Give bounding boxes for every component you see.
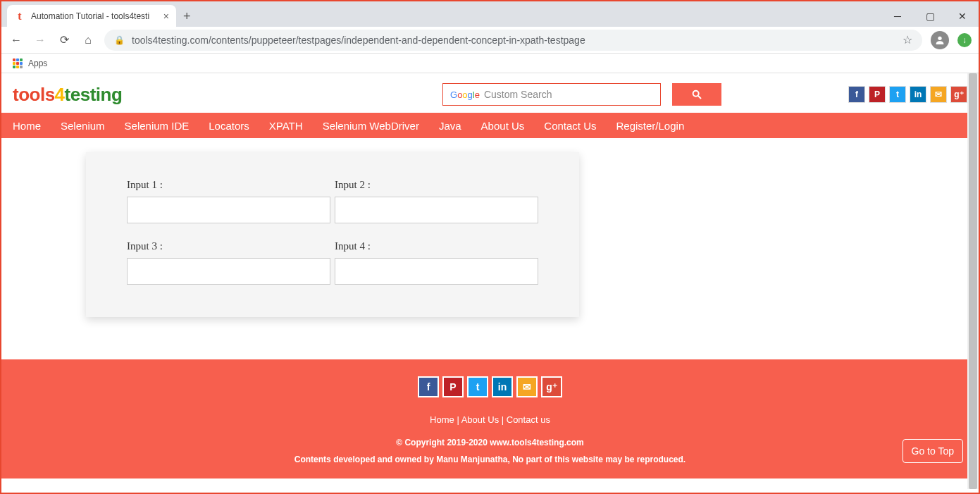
copyright-text: © Copyright 2019-2020 www.tools4testing.… xyxy=(13,438,967,447)
input-4-field[interactable] xyxy=(335,258,538,285)
svg-point-0 xyxy=(938,36,941,39)
svg-line-2 xyxy=(698,96,701,99)
nav-locators[interactable]: Locators xyxy=(209,120,249,132)
site-logo[interactable]: tools4testing xyxy=(13,84,122,106)
tab-title: Automation Tutorial - tools4testi xyxy=(31,11,158,21)
input-1-label: Input 1 : xyxy=(127,179,330,191)
footer-twitter-icon[interactable]: t xyxy=(467,376,488,397)
search-button[interactable] xyxy=(672,83,721,106)
search-input[interactable]: Google Custom Search xyxy=(442,83,661,106)
footer-googleplus-icon[interactable]: g⁺ xyxy=(541,376,562,397)
nav-java[interactable]: Java xyxy=(439,120,461,132)
browser-chrome: t Automation Tutorial - tools4testi × + … xyxy=(1,1,979,73)
bookmark-star-icon[interactable]: ☆ xyxy=(903,33,912,47)
linkedin-icon[interactable]: in xyxy=(910,86,926,103)
new-tab-button[interactable]: + xyxy=(183,9,191,24)
search-icon xyxy=(691,89,702,100)
close-window-button[interactable]: ✕ xyxy=(946,5,979,27)
footer-social-row: f P t in ✉ g⁺ xyxy=(13,376,967,397)
browser-toolbar: ← → ⟳ ⌂ 🔒 tools4testing.com/contents/pup… xyxy=(1,27,979,54)
address-bar[interactable]: 🔒 tools4testing.com/contents/puppeteer/t… xyxy=(104,30,922,51)
footer-link-contact[interactable]: Contact us xyxy=(507,414,550,425)
nav-contact[interactable]: Contact Us xyxy=(544,120,596,132)
scrollbar-thumb[interactable] xyxy=(969,73,977,489)
footer-link-about[interactable]: About Us xyxy=(461,414,499,425)
minimize-button[interactable]: ─ xyxy=(881,5,914,27)
scrollbar[interactable] xyxy=(967,73,979,489)
pinterest-icon[interactable]: P xyxy=(869,86,886,103)
window-controls: ─ ▢ ✕ xyxy=(881,5,979,27)
footer-link-home[interactable]: Home xyxy=(430,414,454,425)
nav-about[interactable]: About Us xyxy=(481,120,525,132)
nav-selenium[interactable]: Selenium xyxy=(61,120,105,132)
input-1-field[interactable] xyxy=(127,197,330,223)
footer-email-icon[interactable]: ✉ xyxy=(516,376,538,397)
goto-top-button[interactable]: Go to Top xyxy=(903,439,963,463)
apps-icon[interactable] xyxy=(13,58,23,68)
footer-facebook-icon[interactable]: f xyxy=(418,376,439,397)
disclaimer-text: Contents developed and owned by Manu Man… xyxy=(13,455,967,464)
input-2-field[interactable] xyxy=(335,197,538,223)
form-card: Input 1 : Input 2 : Input 3 : Input 4 : xyxy=(86,152,579,317)
search-placeholder: Custom Search xyxy=(484,89,552,100)
nav-home[interactable]: Home xyxy=(13,120,41,132)
maximize-button[interactable]: ▢ xyxy=(914,5,946,27)
home-button[interactable]: ⌂ xyxy=(80,32,96,48)
footer-links: Home | About Us | Contact us xyxy=(13,414,967,425)
googleplus-icon[interactable]: g⁺ xyxy=(950,86,967,103)
header-social-row: f P t in ✉ g⁺ xyxy=(848,86,967,103)
footer-pinterest-icon[interactable]: P xyxy=(442,376,464,397)
email-icon[interactable]: ✉ xyxy=(930,86,947,103)
site-header: tools4testing Google Custom Search f P t… xyxy=(1,73,979,113)
input-2-label: Input 2 : xyxy=(335,179,538,191)
browser-tab[interactable]: t Automation Tutorial - tools4testi × xyxy=(7,5,176,27)
site-footer: f P t in ✉ g⁺ Home | About Us | Contact … xyxy=(1,359,979,478)
bookmark-bar: Apps xyxy=(1,54,979,73)
search-area: Google Custom Search xyxy=(442,83,721,106)
nav-selenium-ide[interactable]: Selenium IDE xyxy=(125,120,190,132)
google-logo: Google xyxy=(450,89,480,100)
lock-icon: 🔒 xyxy=(114,35,125,45)
main-nav: Home Selenium Selenium IDE Locators XPAT… xyxy=(1,113,979,138)
profile-icon[interactable] xyxy=(931,31,949,49)
apps-label[interactable]: Apps xyxy=(28,58,47,68)
close-tab-icon[interactable]: × xyxy=(163,11,169,22)
url-text: tools4testing.com/contents/puppeteer/tes… xyxy=(132,35,895,46)
tab-bar: t Automation Tutorial - tools4testi × + … xyxy=(1,1,979,27)
input-4-label: Input 4 : xyxy=(335,240,538,252)
footer-linkedin-icon[interactable]: in xyxy=(492,376,513,397)
input-3-label: Input 3 : xyxy=(127,240,330,252)
twitter-icon[interactable]: t xyxy=(889,86,906,103)
extension-icon[interactable]: ↓ xyxy=(957,33,972,47)
nav-register[interactable]: Register/Login xyxy=(616,120,685,132)
input-3-field[interactable] xyxy=(127,258,330,285)
nav-xpath[interactable]: XPATH xyxy=(269,120,303,132)
page-viewport: tools4testing Google Custom Search f P t… xyxy=(1,73,979,489)
favicon: t xyxy=(14,11,25,22)
reload-button[interactable]: ⟳ xyxy=(56,32,72,48)
back-button[interactable]: ← xyxy=(8,32,24,48)
svg-point-1 xyxy=(693,91,699,97)
forward-button[interactable]: → xyxy=(32,32,48,48)
content-area: Input 1 : Input 2 : Input 3 : Input 4 : xyxy=(1,138,979,359)
facebook-icon[interactable]: f xyxy=(848,86,865,103)
nav-webdriver[interactable]: Selenium WebDriver xyxy=(323,120,419,132)
